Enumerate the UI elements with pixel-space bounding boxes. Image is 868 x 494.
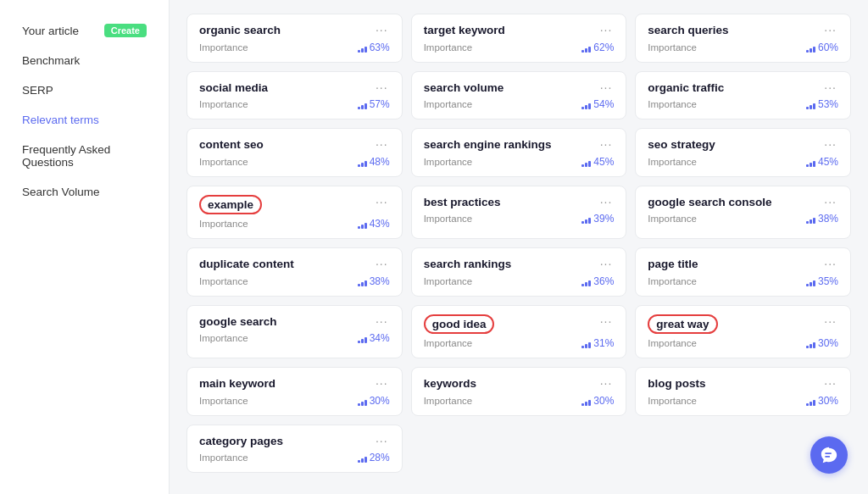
- term-footer: Importance 48%: [199, 156, 390, 168]
- term-card-header: search engine rankings ···: [424, 137, 615, 153]
- term-name: search rankings: [424, 257, 512, 272]
- term-importance-label: Importance: [424, 338, 473, 348]
- term-name: main keyword: [199, 376, 275, 391]
- term-menu-icon[interactable]: ···: [374, 434, 390, 447]
- term-menu-icon[interactable]: ···: [822, 23, 838, 36]
- term-footer: Importance 57%: [199, 98, 390, 110]
- sidebar-item-search-volume[interactable]: Search Volume: [14, 179, 155, 205]
- term-card-organic-traffic[interactable]: organic traffic ··· Importance 53%: [635, 71, 851, 120]
- term-card-header: page title ···: [648, 257, 838, 272]
- term-name: target keyword: [424, 23, 505, 38]
- term-importance-label: Importance: [424, 214, 473, 224]
- term-menu-icon[interactable]: ···: [374, 80, 390, 94]
- term-card-duplicate-content[interactable]: duplicate content ··· Importance 38%: [186, 247, 403, 297]
- term-card-social-media[interactable]: social media ··· Importance 57%: [186, 71, 403, 120]
- term-menu-icon[interactable]: ···: [598, 376, 615, 390]
- term-menu-icon[interactable]: ···: [374, 195, 390, 208]
- term-card-header: organic search ···: [199, 23, 390, 38]
- term-importance-label: Importance: [648, 99, 697, 109]
- term-card-good-idea[interactable]: good idea ··· Importance 31%: [411, 305, 627, 359]
- bar-chart-icon: [581, 338, 591, 348]
- term-menu-icon[interactable]: ···: [822, 137, 838, 151]
- term-footer: Importance 63%: [199, 42, 390, 53]
- term-card-search-engine-rankings[interactable]: search engine rankings ··· Importance 45…: [411, 128, 627, 177]
- term-menu-icon[interactable]: ···: [822, 80, 838, 94]
- term-importance-value: 60%: [806, 42, 838, 53]
- term-menu-icon[interactable]: ···: [822, 314, 838, 328]
- term-importance-label: Importance: [199, 42, 248, 53]
- sidebar-item-faq[interactable]: Frequently Asked Questions: [14, 136, 155, 175]
- term-importance-label: Importance: [199, 276, 248, 286]
- term-menu-icon[interactable]: ···: [598, 195, 615, 208]
- chat-button[interactable]: [810, 436, 848, 474]
- sidebar-item-relevant-terms[interactable]: Relevant terms: [14, 107, 155, 133]
- term-card-target-keyword[interactable]: target keyword ··· Importance 62%: [411, 14, 627, 63]
- term-card-header: google search ···: [199, 314, 390, 330]
- term-menu-icon[interactable]: ···: [822, 257, 838, 270]
- term-importance-value: 43%: [358, 218, 390, 230]
- bar-chart-icon: [358, 219, 367, 229]
- term-footer: Importance 53%: [648, 98, 838, 110]
- term-importance-label: Importance: [648, 157, 697, 167]
- term-importance-value: 30%: [806, 337, 838, 349]
- term-importance-label: Importance: [199, 333, 248, 343]
- term-card-blog-posts[interactable]: blog posts ··· Importance 30%: [635, 367, 851, 416]
- term-footer: Importance 62%: [424, 42, 615, 53]
- term-importance-label: Importance: [199, 396, 248, 406]
- term-footer: Importance 60%: [648, 42, 838, 53]
- sidebar-item-serp[interactable]: SERP: [14, 77, 155, 103]
- term-importance-value: 45%: [581, 156, 614, 168]
- term-menu-icon[interactable]: ···: [374, 314, 390, 328]
- bar-chart-icon: [358, 333, 367, 343]
- term-card-header: main keyword ···: [199, 376, 390, 391]
- term-footer: Importance 39%: [424, 213, 615, 225]
- term-name: google search console: [648, 195, 771, 210]
- term-menu-icon[interactable]: ···: [822, 195, 838, 208]
- term-card-header: content seo ···: [199, 137, 390, 153]
- term-card-search-rankings[interactable]: search rankings ··· Importance 36%: [411, 247, 627, 297]
- term-menu-icon[interactable]: ···: [598, 80, 615, 94]
- term-menu-icon[interactable]: ···: [598, 257, 615, 270]
- term-card-header: search queries ···: [648, 23, 838, 38]
- term-card-category-pages[interactable]: category pages ··· Importance 28%: [186, 425, 403, 474]
- term-card-header: good idea ···: [424, 314, 615, 335]
- sidebar-item-benchmark[interactable]: Benchmark: [14, 47, 155, 74]
- term-menu-icon[interactable]: ···: [598, 137, 615, 151]
- term-footer: Importance 54%: [424, 98, 615, 110]
- term-menu-icon[interactable]: ···: [374, 137, 390, 151]
- term-menu-icon[interactable]: ···: [598, 23, 615, 36]
- term-card-header: search volume ···: [424, 80, 615, 96]
- term-card-google-search-console[interactable]: google search console ··· Importance 38%: [635, 186, 851, 240]
- term-menu-icon[interactable]: ···: [374, 257, 390, 270]
- term-menu-icon[interactable]: ···: [822, 376, 838, 390]
- term-card-organic-search[interactable]: organic search ··· Importance 63%: [186, 14, 403, 63]
- term-card-header: target keyword ···: [424, 23, 615, 38]
- term-importance-value: 30%: [581, 395, 614, 407]
- term-menu-icon[interactable]: ···: [374, 376, 390, 390]
- bar-chart-icon: [581, 396, 591, 406]
- term-name: search volume: [424, 80, 504, 96]
- term-card-search-volume[interactable]: search volume ··· Importance 54%: [411, 71, 627, 120]
- term-card-main-keyword[interactable]: main keyword ··· Importance 30%: [186, 367, 403, 416]
- term-footer: Importance 34%: [199, 332, 390, 344]
- term-importance-value: 38%: [358, 275, 390, 287]
- term-card-great-way[interactable]: great way ··· Importance 30%: [635, 305, 851, 359]
- term-card-keywords[interactable]: keywords ··· Importance 30%: [411, 367, 627, 416]
- term-card-header: blog posts ···: [648, 376, 838, 391]
- term-card-google-search[interactable]: google search ··· Importance 34%: [186, 305, 403, 359]
- term-card-seo-strategy[interactable]: seo strategy ··· Importance 45%: [635, 128, 851, 177]
- term-importance-value: 35%: [806, 275, 838, 287]
- term-footer: Importance 35%: [648, 275, 838, 287]
- term-card-search-queries[interactable]: search queries ··· Importance 60%: [635, 14, 851, 63]
- term-menu-icon[interactable]: ···: [598, 314, 615, 328]
- term-name: search engine rankings: [424, 137, 552, 153]
- term-importance-label: Importance: [424, 99, 473, 109]
- term-card-header: example ···: [199, 195, 390, 215]
- term-menu-icon[interactable]: ···: [374, 23, 390, 36]
- term-card-example[interactable]: example ··· Importance 43%: [186, 186, 403, 240]
- term-card-best-practices[interactable]: best practices ··· Importance 39%: [411, 186, 627, 240]
- term-card-content-seo[interactable]: content seo ··· Importance 48%: [186, 128, 403, 177]
- term-card-page-title[interactable]: page title ··· Importance 35%: [635, 247, 851, 297]
- sidebar-item-your-article[interactable]: Your article Create: [14, 17, 155, 44]
- term-card-header: social media ···: [199, 80, 390, 96]
